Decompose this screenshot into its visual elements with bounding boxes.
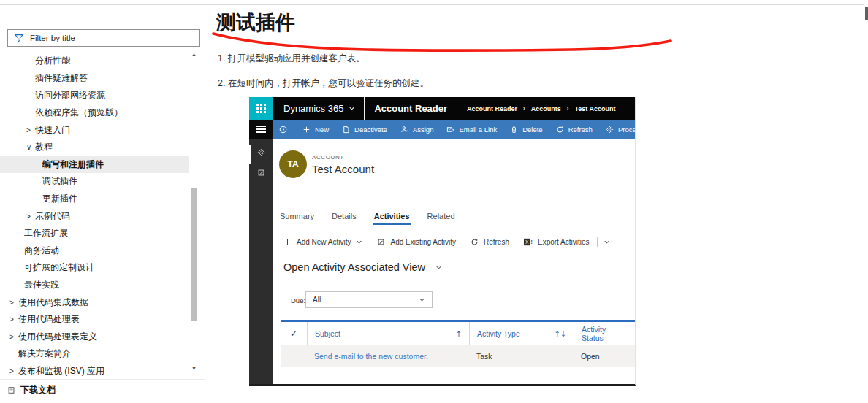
subcommand-label: Add New Activity xyxy=(297,238,351,246)
divider xyxy=(273,226,635,226)
top-divider xyxy=(0,4,864,5)
sort-icon: ↑↓ xyxy=(554,330,566,338)
record-tabs: SummaryDetailsActivitiesRelated xyxy=(280,212,455,225)
breadcrumb: Account Reader›Accounts›Test Account xyxy=(457,97,615,120)
command-label: Assign xyxy=(413,126,434,134)
tab-details: Details xyxy=(332,212,357,225)
person-icon xyxy=(400,126,408,134)
sidebar-item-label: 更新插件 xyxy=(42,193,77,205)
chevron-down-icon xyxy=(356,239,362,245)
sidebar-item-label: 分析性能 xyxy=(35,55,70,67)
scroll-up-icon[interactable]: ▲ xyxy=(191,51,197,58)
sidebar-item[interactable]: 最佳实践 xyxy=(0,277,189,294)
tab-summary: Summary xyxy=(280,212,314,225)
view-selector: Open Activity Associated View xyxy=(283,261,442,273)
sidebar-item[interactable]: 编写和注册插件 xyxy=(0,156,189,174)
sidebar-item-label: 最佳实践 xyxy=(24,279,59,291)
funnel-icon xyxy=(14,33,24,43)
command-row: NewDeactivateAssignEmail a LinkDeleteRef… xyxy=(249,120,635,139)
column-label: Activity Type xyxy=(477,329,520,338)
column-label: Subject xyxy=(315,329,340,338)
sub-command-bar: Add New ActivityAdd Existing ActivityRef… xyxy=(276,233,610,250)
subcommand-label: Export Activities xyxy=(538,238,590,246)
sidebar-item[interactable]: 解决方案简介 xyxy=(0,345,189,363)
command-assign: Assign xyxy=(394,126,441,134)
chevron-collapsed-icon: > xyxy=(26,212,35,220)
sidebar-item-label: 教程 xyxy=(35,141,53,153)
chevron-down-icon xyxy=(419,296,425,303)
step-item: 在短时间内，打开帐户，您可以验证任务的创建。 xyxy=(228,77,655,90)
sidebar-item-label: 插件疑难解答 xyxy=(35,72,88,85)
sidebar-item[interactable]: 依赖程序集（预览版） xyxy=(0,104,189,122)
sidebar-item[interactable]: >发布和监视 (ISV) 应用 xyxy=(0,363,189,380)
sidebar-item[interactable]: 分析性能 xyxy=(0,53,189,70)
command-email-a-link: Email a Link xyxy=(440,126,503,134)
divider xyxy=(0,399,213,399)
command-bar: NewDeactivateAssignEmail a LinkDeleteRef… xyxy=(273,120,635,139)
record-body: TA ACCOUNT Test Account SummaryDetailsAc… xyxy=(249,139,635,386)
sidebar-item[interactable]: >使用代码处理表 xyxy=(0,311,189,329)
command-label: Deactivate xyxy=(354,126,387,134)
svg-text:!: ! xyxy=(531,239,533,245)
subcommand-add-existing-activity: Add Existing Activity xyxy=(370,238,462,246)
subcommand-export-activities: X!Export Activities xyxy=(517,238,597,246)
sidebar-item[interactable]: 工作流扩展 xyxy=(0,225,189,242)
page-icon xyxy=(342,126,350,134)
avatar: TA xyxy=(279,150,307,178)
sidebar-item[interactable]: >使用代码集成数据 xyxy=(0,293,189,311)
scrollbar-thumb[interactable] xyxy=(191,188,197,321)
trash-icon xyxy=(510,126,518,134)
breadcrumb-item: Test Account xyxy=(574,105,615,112)
chevron-down-icon xyxy=(435,264,442,271)
plus-icon xyxy=(302,126,311,134)
empty-row xyxy=(281,367,635,386)
sidebar-item[interactable]: 插件疑难解答 xyxy=(0,70,189,88)
subcommand-refresh: Refresh xyxy=(463,238,517,246)
sidebar-item-label: 解决方案简介 xyxy=(18,348,71,360)
tab-activities: Activities xyxy=(374,212,410,225)
column-header-activity-status: Activity Status xyxy=(574,322,635,345)
sidebar-item[interactable]: 更新插件 xyxy=(0,191,189,208)
sidebar-item[interactable]: ∨教程 xyxy=(0,139,189,156)
command-delete: Delete xyxy=(503,126,549,134)
breadcrumb-item: Account Reader xyxy=(467,105,517,112)
download-label: 下载文档 xyxy=(20,384,56,396)
app-name: Account Reader xyxy=(364,97,457,120)
command-deactivate: Deactivate xyxy=(335,126,394,134)
sidebar-item[interactable]: 调试插件 xyxy=(0,173,189,191)
toc-nav: 分析性能插件疑难解答访问外部网络资源依赖程序集（预览版）>快速入门∨教程编写和注… xyxy=(0,53,189,380)
svg-text:X: X xyxy=(525,239,529,245)
sidebar-item[interactable]: >示例代码 xyxy=(0,207,189,225)
docs-page: Filter by title 分析性能插件疑难解答访问外部网络资源依赖程序集（… xyxy=(0,0,868,403)
sidebar-item[interactable]: 商务活动 xyxy=(0,242,189,260)
filter-input[interactable]: Filter by title xyxy=(7,29,200,47)
sidebar-item[interactable]: >使用代码处理表定义 xyxy=(0,329,189,346)
command-label: Refresh xyxy=(568,126,593,134)
chevron-collapsed-icon: > xyxy=(9,315,18,323)
sidebar-item[interactable]: >快速入门 xyxy=(0,121,189,139)
chevron-collapsed-icon: > xyxy=(9,367,18,375)
sidebar-item-label: 使用代码处理表定义 xyxy=(18,331,97,343)
table-cell xyxy=(281,345,307,367)
sidebar-item-label: 调试插件 xyxy=(42,175,77,188)
note-icon xyxy=(377,238,385,246)
table-cell: Open xyxy=(574,345,635,367)
breadcrumb-separator-icon: › xyxy=(567,105,569,112)
side-strip xyxy=(249,139,273,386)
app-switcher: Dynamics 365 xyxy=(273,97,364,120)
record-main: TA ACCOUNT Test Account SummaryDetailsAc… xyxy=(273,139,635,386)
chevron-down-icon xyxy=(604,239,610,245)
sidebar-item[interactable]: 访问外部网络资源 xyxy=(0,87,189,104)
subcommand-label: Add Existing Activity xyxy=(390,238,455,246)
chevron-collapsed-icon: > xyxy=(26,126,35,134)
breadcrumb-separator-icon: › xyxy=(523,105,525,112)
chevron-collapsed-icon: > xyxy=(9,299,18,307)
download-docs-link[interactable]: 下载文档 xyxy=(7,384,56,396)
sidebar-item[interactable]: 可扩展的定制设计 xyxy=(0,259,189,277)
download-doc-icon xyxy=(7,386,15,394)
scrollbar-thumb[interactable] xyxy=(865,7,868,20)
sidebar-scrollbar[interactable]: ▲ ▼ xyxy=(191,51,197,374)
table-row: Send e-mail to the new customer.TaskOpen xyxy=(281,345,635,367)
page-scrollbar[interactable] xyxy=(864,5,868,403)
scroll-down-icon[interactable]: ▼ xyxy=(191,365,197,372)
